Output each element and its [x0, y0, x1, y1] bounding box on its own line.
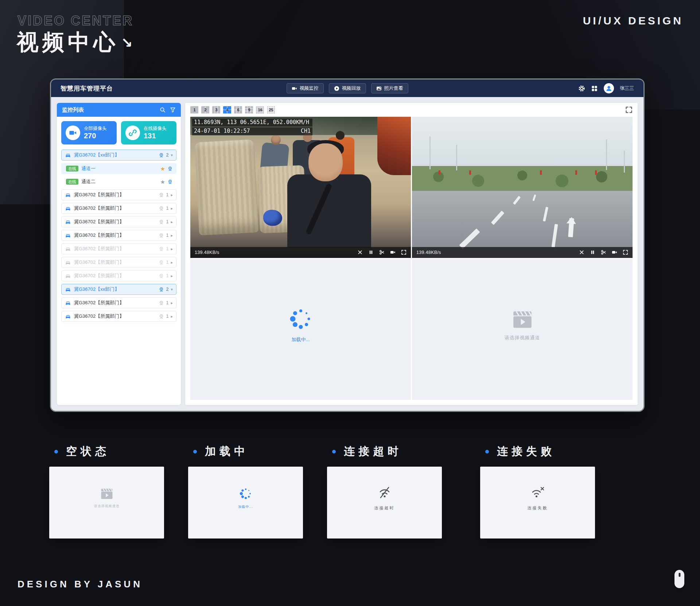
- fullscreen-icon[interactable]: [623, 250, 628, 255]
- channel-row[interactable]: 在线通道一★: [61, 163, 176, 174]
- chevron-right-icon[interactable]: ▸: [171, 301, 173, 305]
- webcam-icon[interactable]: [167, 166, 173, 171]
- vehicle-row[interactable]: 冀G36702【所属部门】1▸: [61, 230, 176, 241]
- online-cameras-card[interactable]: 在线摄像头 131: [121, 121, 176, 144]
- state-label: 连接失败: [497, 444, 555, 459]
- camera-count-icon: [159, 192, 164, 198]
- hero-title-zh: 视频中心↘: [17, 28, 133, 57]
- corner-label: UI/UX DESIGN: [583, 15, 683, 27]
- chevron-right-icon[interactable]: ▸: [171, 274, 173, 278]
- wifi-timeout-icon: [377, 486, 392, 500]
- layout-3-button[interactable]: 3: [212, 106, 221, 114]
- layout-16-button[interactable]: 16: [256, 106, 264, 114]
- nav-video-monitor[interactable]: 视频监控: [287, 83, 324, 93]
- vehicle-row[interactable]: 冀G36702【所属部门】1▸: [61, 257, 176, 268]
- fullscreen-icon[interactable]: [625, 106, 633, 113]
- layout-number: 16: [258, 108, 262, 112]
- vehicle-row[interactable]: 冀G36702【所属部门】1▸: [61, 189, 176, 200]
- all-cameras-card[interactable]: 全部摄像头 270: [61, 121, 117, 144]
- camera-count: 2: [166, 153, 169, 158]
- car-icon: [65, 273, 71, 279]
- chevron-right-icon[interactable]: ▸: [171, 233, 173, 238]
- vehicle-row[interactable]: 冀G36702【xx部门】2▾: [61, 284, 176, 295]
- camera-count: 1: [166, 273, 169, 278]
- layout-9-button[interactable]: 9: [245, 106, 253, 114]
- apps-grid-icon[interactable]: [591, 85, 598, 92]
- channel-row[interactable]: 在线通道二★: [61, 176, 176, 187]
- vehicle-label: 冀G36702【所属部门】: [74, 273, 124, 279]
- chevron-right-icon[interactable]: ▸: [171, 206, 173, 211]
- record-camera-icon[interactable]: [612, 250, 617, 255]
- video-cell-4-empty[interactable]: 请选择视频通道: [412, 259, 633, 400]
- road-video-feed: [412, 117, 633, 258]
- state-card-timeout: 连接超时: [327, 467, 442, 539]
- online-badge: 在线: [66, 166, 78, 171]
- nav-photo-view[interactable]: 照片查看: [371, 83, 408, 93]
- camera-count-icon: [159, 153, 164, 158]
- layout-number: 3: [215, 108, 217, 112]
- state-label: 空状态: [66, 444, 110, 459]
- user-avatar[interactable]: [604, 83, 614, 93]
- layout-4-button[interactable]: 4: [223, 106, 232, 114]
- video-grid: 11.8693N, 113 06.5651E, 052.000KM/H 24-0…: [190, 117, 633, 400]
- layout-1-button[interactable]: 1: [190, 106, 199, 114]
- nav-video-playback[interactable]: 视频回放: [329, 83, 366, 93]
- main-nav: 视频监控视频回放照片查看: [287, 83, 408, 93]
- vehicle-row[interactable]: 冀G36702【所属部门】1▸: [61, 243, 176, 254]
- vehicle-row[interactable]: 冀G36702【xx部门】2▾: [61, 150, 176, 161]
- chevron-down-icon[interactable]: ▾: [171, 153, 173, 157]
- settings-gear-icon[interactable]: [578, 85, 585, 92]
- vehicle-row[interactable]: 冀G36702【所属部门】1▸: [61, 297, 176, 308]
- camera-count: 1: [166, 206, 169, 211]
- favorite-star-icon[interactable]: ★: [160, 179, 165, 185]
- close-icon[interactable]: [357, 250, 363, 255]
- vehicle-label: 冀G36702【所属部门】: [74, 232, 124, 239]
- chevron-right-icon[interactable]: ▸: [171, 314, 173, 319]
- pause-icon[interactable]: [590, 250, 595, 255]
- bitrate-label: 139.48KB/s: [416, 250, 441, 255]
- chevron-right-icon[interactable]: ▸: [171, 260, 173, 265]
- state-col-loading: 加载中加载中...: [188, 467, 303, 539]
- fullscreen-icon[interactable]: [401, 250, 407, 255]
- app-window: 智慧用车管理平台 视频监控视频回放照片查看 张三三 监控列表 全部摄像: [50, 78, 645, 412]
- video-cell-1[interactable]: 11.8693N, 113 06.5651E, 052.000KM/H 24-0…: [190, 117, 411, 258]
- pause-icon[interactable]: [368, 250, 374, 255]
- snapshot-scissors-icon[interactable]: [601, 250, 606, 255]
- vehicle-row[interactable]: 冀G36702【所属部门】1▸: [61, 203, 176, 214]
- car-icon: [65, 259, 71, 266]
- video-clapper-icon: [513, 310, 532, 329]
- vehicle-list: 冀G36702【xx部门】2▾在线通道一★在线通道二★冀G36702【所属部门】…: [57, 149, 181, 325]
- chevron-right-icon[interactable]: ▸: [171, 220, 173, 224]
- camera-count: 1: [166, 314, 169, 319]
- search-icon[interactable]: [160, 107, 166, 113]
- snapshot-scissors-icon[interactable]: [379, 250, 385, 255]
- layout-2-button[interactable]: 2: [201, 106, 210, 114]
- record-camera-icon[interactable]: [390, 250, 396, 255]
- favorite-star-icon[interactable]: ★: [160, 166, 165, 171]
- filter-funnel-icon[interactable]: [170, 107, 176, 113]
- app-title: 智慧用车管理平台: [61, 84, 113, 93]
- video-cell-3-loading[interactable]: 加载中...: [190, 259, 411, 400]
- channel-label: 通道二: [81, 178, 96, 185]
- webcam-icon[interactable]: [167, 179, 173, 185]
- vehicle-row[interactable]: 冀G36702【所属部门】1▸: [61, 216, 176, 227]
- camera-count-icon: [159, 246, 164, 252]
- bullet-dot: [332, 450, 336, 453]
- vehicle-row[interactable]: 冀G36702【所属部门】1▸: [61, 270, 176, 281]
- car-icon: [65, 313, 71, 320]
- window-body: 监控列表 全部摄像头 270 在线摄像头: [51, 97, 643, 411]
- layout-6-button[interactable]: 6: [234, 106, 242, 114]
- vehicle-label: 冀G36702【所属部门】: [74, 205, 124, 212]
- vehicle-row[interactable]: 冀G36702【所属部门】1▸: [61, 311, 176, 322]
- chevron-down-icon[interactable]: ▾: [171, 287, 173, 292]
- chevron-right-icon[interactable]: ▸: [171, 247, 173, 251]
- video-cell-2[interactable]: 139.48KB/s: [412, 117, 633, 258]
- layout-25-button[interactable]: 25: [267, 106, 275, 114]
- vehicle-label: 冀G36702【所属部门】: [74, 300, 124, 306]
- window-header: 智慧用车管理平台 视频监控视频回放照片查看 张三三: [51, 80, 643, 97]
- chevron-right-icon[interactable]: ▸: [171, 193, 173, 197]
- car-icon: [65, 246, 71, 252]
- stat-label: 在线摄像头: [144, 126, 167, 132]
- close-icon[interactable]: [579, 250, 584, 255]
- camera-count-icon: [159, 287, 164, 292]
